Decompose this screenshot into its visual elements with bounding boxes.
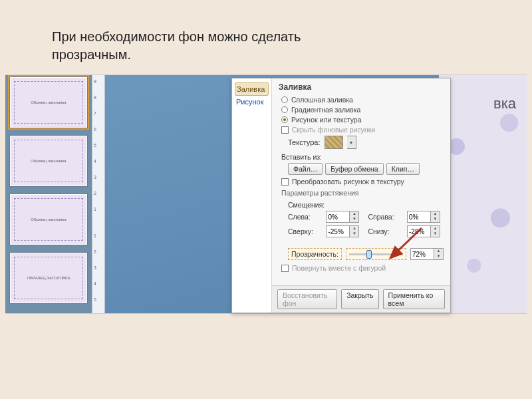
offset-bottom-input[interactable] — [407, 225, 431, 237]
thumb-label: Образец заголовка — [31, 159, 66, 163]
checkbox-icon — [281, 126, 289, 134]
slide-thumb-2[interactable]: Образец заголовка — [9, 135, 88, 187]
stretch-options-label: Параметры растяжения — [281, 189, 444, 197]
offsets-label: Смещения: — [288, 201, 444, 209]
offset-bottom-label: Снизу: — [368, 227, 402, 235]
radio-solid-fill[interactable]: Сплошная заливка — [281, 96, 444, 104]
offset-top-input[interactable] — [326, 225, 350, 237]
checkbox-label: Скрыть фоновые рисунки — [292, 126, 375, 134]
page-title: При необходимости фон можно сделать проз… — [52, 28, 371, 64]
partial-text: вка — [493, 95, 516, 112]
spinner-down-icon[interactable]: ▼ — [431, 231, 440, 237]
checkbox-label: Преобразовать рисунок в текстуру — [292, 178, 404, 186]
radio-icon — [281, 106, 288, 113]
thumb-label: Образец заголовка — [31, 100, 66, 104]
checkbox-label: Повернуть вместе с фигурой — [292, 264, 386, 272]
transparency-label: Прозрачность: — [288, 248, 342, 260]
transparency-slider[interactable] — [346, 248, 406, 260]
insert-file-button[interactable]: Файл… — [288, 163, 323, 175]
format-background-dialog: Заливка Рисунок Заливка Сплошная заливка… — [231, 78, 451, 313]
texture-dropdown[interactable]: ▾ — [347, 136, 356, 149]
slide-background-preview: вка — [439, 75, 527, 313]
offset-top-label: Сверху: — [288, 227, 321, 235]
spinner-down-icon[interactable]: ▼ — [350, 217, 358, 222]
radio-icon — [281, 96, 288, 103]
offset-left-label: Слева: — [288, 213, 321, 221]
spinner-up-icon[interactable]: ▲ — [431, 226, 440, 231]
radio-label: Градиентная заливка — [291, 106, 360, 114]
radio-gradient-fill[interactable]: Градиентная заливка — [281, 106, 444, 114]
dialog-heading: Заливка — [279, 82, 444, 92]
checkbox-tile-picture[interactable]: Преобразовать рисунок в текстуру — [281, 178, 444, 186]
thumb-label: ОБРАЗЕЦ ЗАГОЛОВКА — [27, 276, 70, 280]
close-button[interactable]: Закрыть — [341, 289, 378, 309]
insert-from-label: Вставить из: — [281, 153, 444, 161]
slide-thumb-3[interactable]: Образец заголовка — [9, 194, 88, 245]
spinner-down-icon[interactable]: ▼ — [434, 254, 443, 259]
texture-swatch[interactable] — [325, 136, 343, 149]
reset-background-button[interactable]: Восстановить фон — [277, 289, 337, 309]
insert-clip-button[interactable]: Клип… — [386, 163, 420, 175]
slide-thumb-4[interactable]: ОБРАЗЕЦ ЗАГОЛОВКА — [9, 252, 88, 304]
checkbox-hide-background[interactable]: Скрыть фоновые рисунки — [281, 126, 444, 134]
radio-label: Сплошная заливка — [291, 96, 353, 104]
spinner-down-icon[interactable]: ▼ — [350, 231, 358, 237]
apply-to-all-button[interactable]: Применить ко всем — [383, 289, 445, 309]
offset-top-spinner[interactable]: ▲▼ — [326, 225, 362, 237]
powerpoint-window: Образец заголовка Образец заголовка Обра… — [5, 74, 527, 314]
spinner-up-icon[interactable]: ▲ — [350, 226, 358, 231]
spinner-up-icon[interactable]: ▲ — [350, 211, 358, 217]
offsets-grid: Слева: ▲▼ Справа: ▲▼ Сверху: ▲▼ Снизу: — [288, 211, 444, 237]
spinner-up-icon[interactable]: ▲ — [431, 211, 440, 217]
slide-thumbnails-panel: Образец заголовка Образец заголовка Обра… — [5, 75, 92, 313]
offset-left-input[interactable] — [326, 211, 350, 223]
offset-right-label: Справа: — [368, 213, 402, 221]
offset-bottom-spinner[interactable]: ▲▼ — [407, 225, 444, 237]
checkbox-icon — [281, 265, 289, 272]
vertical-ruler: 9 8 7 6 5 4 3 2 1 1 2 3 4 5 — [92, 75, 105, 313]
dialog-body: Заливка Сплошная заливка Градиентная зал… — [272, 78, 450, 313]
transparency-spinner[interactable]: ▲▼ — [410, 248, 444, 260]
radio-picture-fill[interactable]: Рисунок или текстура — [281, 116, 444, 124]
radio-label: Рисунок или текстура — [291, 116, 362, 124]
tab-fill[interactable]: Заливка — [235, 82, 269, 96]
texture-label: Текстура: — [288, 138, 321, 146]
dialog-footer: Восстановить фон Закрыть Применить ко вс… — [272, 285, 450, 313]
slider-thumb[interactable] — [366, 250, 372, 259]
dialog-category-list: Заливка Рисунок — [232, 78, 272, 313]
spinner-up-icon[interactable]: ▲ — [434, 249, 443, 254]
radio-icon — [281, 116, 288, 123]
insert-clipboard-button[interactable]: Буфер обмена — [325, 163, 383, 175]
offset-right-input[interactable] — [407, 211, 431, 223]
offset-left-spinner[interactable]: ▲▼ — [326, 211, 362, 223]
spinner-down-icon[interactable]: ▼ — [431, 217, 440, 222]
transparency-input[interactable] — [410, 248, 434, 260]
thumb-label: Образец заголовка — [31, 217, 66, 221]
slide-thumb-1[interactable]: Образец заголовка — [9, 76, 88, 128]
tab-picture[interactable]: Рисунок — [235, 96, 269, 108]
checkbox-rotate-with-shape: Повернуть вместе с фигурой — [281, 264, 444, 272]
checkbox-icon — [281, 178, 289, 186]
offset-right-spinner[interactable]: ▲▼ — [407, 211, 444, 223]
